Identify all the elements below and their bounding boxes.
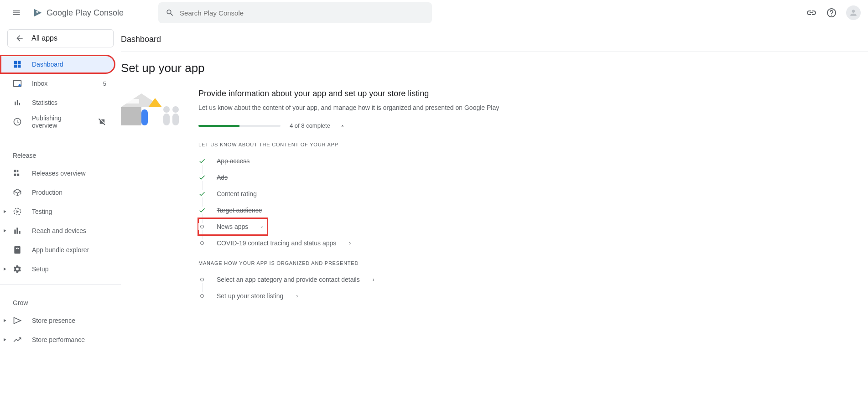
check-icon [198, 157, 206, 165]
check-icon [198, 207, 206, 214]
sidebar-label: Store presence [32, 317, 75, 324]
chevron-right-icon [2, 318, 7, 323]
performance-icon [13, 335, 22, 344]
svg-rect-6 [163, 114, 170, 125]
play-console-icon [33, 8, 43, 18]
sidebar-label: Dashboard [32, 61, 63, 68]
chevron-right-icon [2, 266, 7, 272]
chevron-right-icon: › [373, 276, 374, 283]
grow-section-label: Grow [0, 290, 121, 311]
testing-icon [13, 207, 22, 216]
sidebar-label: Production [32, 189, 62, 196]
chevron-right-icon [2, 228, 7, 233]
chevron-right-icon [2, 337, 7, 342]
releases-icon [13, 169, 22, 178]
production-icon [13, 188, 22, 197]
chevron-right-icon: › [296, 293, 298, 299]
chevron-right-icon: › [261, 223, 263, 230]
task-label: COVID-19 contact tracing and status apps [217, 239, 336, 247]
logo-text: Google Play Console [47, 8, 124, 18]
progress-bar [198, 125, 281, 127]
task-label: Ads [217, 174, 228, 181]
chevron-up-icon [339, 123, 346, 129]
setup-illustration [121, 89, 185, 125]
sidebar-item-dashboard[interactable]: Dashboard [0, 55, 115, 74]
sidebar-label: Testing [32, 208, 52, 215]
subsection-label-1: LET US KNOW ABOUT THE CONTENT OF YOUR AP… [198, 142, 609, 147]
sidebar-item-releases-overview[interactable]: Releases overview [0, 164, 115, 183]
sidebar: All apps Dashboard Inbox 5 Statistics Pu… [0, 26, 121, 364]
sidebar-label: Store performance [32, 336, 85, 343]
divider [0, 355, 121, 355]
sidebar-item-inbox[interactable]: Inbox 5 [0, 74, 115, 93]
task-category[interactable]: Select an app category and provide conta… [198, 271, 609, 288]
search-icon [166, 8, 174, 17]
task-target-audience[interactable]: Target audience [198, 202, 609, 218]
statistics-icon [13, 98, 22, 107]
dashboard-icon [13, 60, 22, 69]
reach-icon [13, 226, 22, 235]
link-icon[interactable] [806, 7, 817, 18]
circle-icon [200, 241, 204, 245]
sidebar-label: Publishing overview [32, 114, 88, 129]
avatar[interactable] [846, 5, 861, 20]
svg-rect-2 [121, 107, 141, 125]
setup-description: Let us know about the content of your ap… [198, 104, 609, 111]
sidebar-label: Releases overview [32, 170, 86, 177]
task-label: News apps [217, 223, 248, 230]
search-input[interactable] [180, 9, 425, 17]
sidebar-item-testing[interactable]: Testing [0, 202, 115, 221]
sidebar-item-bundle[interactable]: App bundle explorer [0, 240, 115, 259]
task-list-1: App access Ads Content rating Target aud… [198, 153, 609, 251]
sidebar-label: Setup [32, 265, 49, 273]
setup-heading: Provide information about your app and s… [198, 89, 609, 98]
sidebar-item-publishing[interactable]: Publishing overview [0, 112, 115, 131]
page-title: Dashboard [121, 35, 868, 44]
divider [0, 284, 121, 285]
sidebar-item-production[interactable]: Production [0, 183, 115, 202]
sidebar-item-reach[interactable]: Reach and devices [0, 221, 115, 240]
person-icon [849, 8, 858, 17]
svg-rect-8 [172, 114, 179, 125]
subsection-label-2: MANAGE HOW YOUR APP IS ORGANIZED AND PRE… [198, 260, 609, 266]
sidebar-item-setup[interactable]: Setup [0, 259, 115, 279]
svg-rect-4 [125, 99, 139, 104]
section-title: Set up your app [121, 61, 868, 75]
widget-off-icon [98, 118, 106, 126]
svg-point-0 [19, 84, 21, 87]
all-apps-label: All apps [31, 34, 57, 42]
circle-icon [200, 278, 204, 281]
task-news-apps[interactable]: News apps › [198, 218, 267, 235]
sidebar-item-store-performance[interactable]: Store performance [0, 330, 115, 349]
task-content-rating[interactable]: Content rating [198, 186, 609, 202]
task-app-access[interactable]: App access [198, 153, 609, 169]
divider [0, 137, 121, 137]
store-icon [13, 316, 22, 325]
menu-icon [12, 8, 21, 17]
logo[interactable]: Google Play Console [33, 8, 124, 18]
task-label: Content rating [217, 190, 257, 197]
svg-rect-3 [141, 109, 148, 125]
inbox-badge: 5 [103, 80, 106, 87]
main-content: Dashboard Set up your app Provide inform… [121, 26, 868, 364]
circle-icon [200, 225, 204, 228]
all-apps-button[interactable]: All apps [7, 29, 114, 47]
chevron-right-icon [2, 209, 7, 214]
task-label: App access [217, 157, 249, 165]
header-right [806, 5, 861, 20]
progress-row[interactable]: 4 of 8 complete [198, 122, 609, 129]
circle-icon [200, 294, 204, 298]
task-covid[interactable]: COVID-19 contact tracing and status apps… [198, 235, 609, 251]
help-icon[interactable] [826, 7, 837, 18]
sidebar-item-store-presence[interactable]: Store presence [0, 311, 115, 330]
task-ads[interactable]: Ads [198, 169, 609, 186]
search-box[interactable] [158, 2, 432, 23]
sidebar-item-statistics[interactable]: Statistics [0, 93, 115, 112]
task-store-listing[interactable]: Set up your store listing › [198, 288, 609, 304]
bundle-icon [13, 245, 22, 254]
svg-point-7 [172, 106, 179, 113]
svg-point-5 [163, 106, 170, 113]
publishing-icon [13, 117, 22, 126]
task-list-2: Select an app category and provide conta… [198, 271, 609, 304]
menu-button[interactable] [7, 4, 26, 22]
